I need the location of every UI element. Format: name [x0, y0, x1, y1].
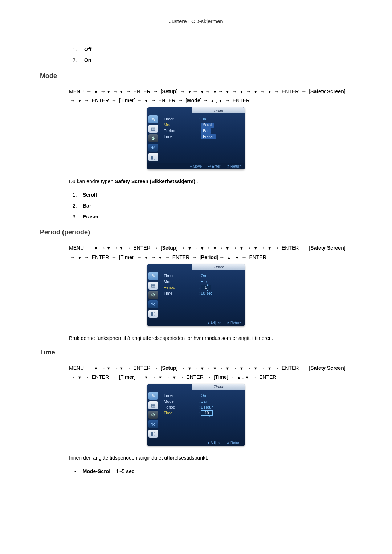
osd-row-value: : 1 Hour: [199, 404, 244, 410]
nav-path-period: MENU → ▼ →▼ →▼ → ENTER → [Setup] → ▼→ ▼→…: [69, 243, 352, 262]
section-heading-time: Time: [40, 349, 352, 356]
osd-hint-enter: ↩ Enter: [208, 164, 221, 168]
osd-labels: Timer Mode Period Time: [163, 271, 198, 320]
osd-row-value: : Bar: [199, 398, 244, 404]
osd-row-label: Mode: [164, 122, 197, 128]
gear-icon: ⚙: [148, 134, 158, 142]
mode-options-list: 1.Scroll 2.Bar 3.Eraser: [73, 192, 352, 219]
tools-icon: ✎: [148, 272, 158, 280]
osd-dropdown-item[interactable]: Bar: [201, 128, 211, 134]
osd-row-label: Timer: [164, 116, 197, 122]
osd-row-label: Mode: [164, 279, 197, 284]
section-heading-mode: Mode: [40, 72, 352, 80]
list-number: 2.: [73, 57, 83, 63]
mode-description: Du kan endre typen Safety Screen (Sikker…: [69, 178, 352, 185]
time-bullets: Mode-Scroll : 1~5 sec: [74, 468, 352, 474]
list-item: 1.Scroll: [73, 192, 352, 198]
osd-values: : On : Scroll : Bar : Eraser: [198, 115, 245, 163]
osd-row-label: Period: [164, 404, 197, 410]
osd-title: Timer: [192, 264, 245, 270]
osd-values: : On : Bar : 1 Hour : 10: [198, 391, 245, 440]
osd-icon-column: ✎ ▦ ⚙ ⚒ ▮▯: [147, 391, 163, 440]
period-description: Bruk denne funksjonen til å angi utførel…: [69, 335, 352, 342]
footer-rule: [40, 539, 352, 539]
osd-row-label: Time: [164, 134, 197, 139]
page-title: Justere LCD-skjermen: [169, 18, 223, 24]
osd-row-label: Time: [164, 290, 197, 296]
osd-panel-mode: Timer ✎ ▦ ⚙ ⚒ ▮▯ Timer Mode Period Time …: [147, 107, 245, 169]
chart-icon: ▮▯: [148, 430, 158, 438]
settings-icon: ⚒: [148, 420, 158, 428]
chart-icon: ▮▯: [148, 310, 158, 318]
picture-icon: ▦: [148, 401, 158, 409]
osd-footer: ♦ Adjust ↺ Return: [147, 320, 245, 326]
osd-hint-adjust: ♦ Adjust: [208, 441, 220, 445]
osd-row-value: : 10 sec: [199, 290, 244, 296]
osd-dropdown-item[interactable]: Scroll: [201, 123, 214, 128]
section-heading-period: Period (periode): [40, 229, 352, 236]
nav-path-time: MENU → ▼ →▼ →▼ → ENTER → [Setup] → ▼→ ▼→…: [69, 364, 352, 382]
osd-title: Timer: [192, 384, 245, 390]
osd-row-label: Timer: [164, 393, 197, 398]
osd-footer: ♦ Move ↩ Enter ↺ Return: [147, 163, 245, 169]
osd-row-value: : On: [199, 116, 244, 122]
osd-row-value: : On: [199, 273, 244, 279]
gear-icon: ⚙: [148, 291, 158, 299]
page-header: Justere LCD-skjermen: [40, 18, 352, 28]
osd-icon-column: ✎ ▦ ⚙ ⚒ ▮▯: [147, 115, 163, 163]
nav-path-mode: MENU → ▼ →▼ →▼ → ENTER → [Setup] → ▼→ ▼→…: [69, 87, 352, 105]
osd-row-label: Mode: [164, 398, 197, 404]
osd-row-label: Period: [164, 128, 197, 134]
picture-icon: ▦: [148, 125, 158, 133]
settings-icon: ⚒: [148, 300, 158, 308]
tools-icon: ✎: [148, 392, 158, 400]
osd-dropdown-item[interactable]: Eraser: [201, 134, 216, 139]
osd-hint-move: ♦ Move: [190, 164, 202, 168]
tools-icon: ✎: [148, 115, 158, 123]
osd-row-value: : On: [199, 393, 244, 398]
osd-labels: Timer Mode Period Time: [163, 115, 198, 163]
off-on-list: 1. Off 2. On: [73, 46, 352, 63]
osd-panel-period: Timer ✎ ▦ ⚙ ⚒ ▮▯ Timer Mode Period Time …: [147, 264, 245, 326]
osd-row-label: Period: [164, 284, 197, 290]
list-label: Off: [84, 46, 91, 52]
osd-spin-value[interactable]: 1: [201, 285, 211, 290]
osd-footer: ♦ Adjust ↺ Return: [147, 440, 245, 446]
settings-icon: ⚒: [148, 144, 158, 152]
list-number: 1.: [73, 46, 83, 52]
gear-icon: ⚙: [148, 411, 158, 419]
list-item: 2. On: [73, 57, 352, 63]
osd-labels: Timer Mode Period Time: [163, 391, 198, 440]
osd-icon-column: ✎ ▦ ⚙ ⚒ ▮▯: [147, 271, 163, 320]
osd-hint-return: ↺ Return: [226, 164, 241, 168]
osd-row-value: : Bar: [199, 279, 244, 284]
osd-values: : On : Bar : 1 : 10 sec: [198, 271, 245, 320]
osd-row-label: Time: [164, 410, 197, 416]
list-item: Mode-Scroll : 1~5 sec: [74, 468, 352, 474]
osd-spin-value[interactable]: 10: [201, 410, 213, 416]
list-item: 3.Eraser: [73, 214, 352, 219]
osd-title: Timer: [192, 107, 245, 113]
list-item: 2.Bar: [73, 203, 352, 209]
osd-hint-return: ↺ Return: [226, 441, 241, 445]
osd-hint-return: ↺ Return: [226, 321, 241, 325]
picture-icon: ▦: [148, 282, 158, 290]
osd-panel-time: Timer ✎ ▦ ⚙ ⚒ ▮▯ Timer Mode Period Time …: [147, 384, 245, 446]
list-label: On: [84, 57, 91, 63]
osd-hint-adjust: ♦ Adjust: [208, 321, 220, 325]
osd-row-label: Timer: [164, 273, 197, 279]
time-description: Innen den angitte tidsperioden angir du …: [69, 454, 352, 462]
list-item: 1. Off: [73, 46, 352, 52]
chart-icon: ▮▯: [148, 153, 158, 161]
